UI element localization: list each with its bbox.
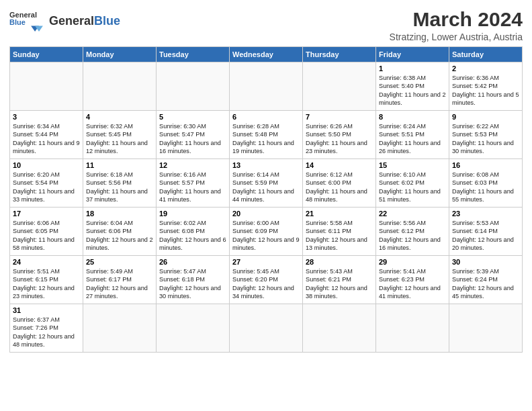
day-info: Sunrise: 6:24 AM Sunset: 5:51 PM Dayligh… <box>379 122 446 156</box>
day-number: 19 <box>159 210 226 218</box>
header-monday: Monday <box>83 47 157 62</box>
day-number: 6 <box>232 113 300 121</box>
day-info: Sunrise: 5:47 AM Sunset: 6:18 PM Dayligh… <box>159 267 226 301</box>
calendar-cell: 12Sunrise: 6:16 AM Sunset: 5:57 PM Dayli… <box>157 159 230 208</box>
header-wednesday: Wednesday <box>230 47 303 62</box>
header-sunday: Sunday <box>10 47 83 62</box>
day-number: 11 <box>86 161 153 169</box>
calendar-cell: 29Sunrise: 5:41 AM Sunset: 6:23 PM Dayli… <box>376 256 449 304</box>
day-number: 29 <box>379 258 446 266</box>
calendar-cell <box>83 62 157 111</box>
day-info: Sunrise: 6:12 AM Sunset: 6:00 PM Dayligh… <box>306 171 373 204</box>
day-number: 21 <box>306 210 373 218</box>
day-info: Sunrise: 6:00 AM Sunset: 6:09 PM Dayligh… <box>232 219 300 253</box>
day-info: Sunrise: 5:53 AM Sunset: 6:14 PM Dayligh… <box>452 219 519 253</box>
calendar-page: General Blue GeneralBlue March 2024 Stra… <box>0 0 532 411</box>
calendar-subtitle: Stratzing, Lower Austria, Austria <box>390 32 523 42</box>
calendar-cell: 5Sunrise: 6:30 AM Sunset: 5:47 PM Daylig… <box>157 111 230 159</box>
calendar-cell: 19Sunrise: 6:02 AM Sunset: 6:08 PM Dayli… <box>157 208 230 256</box>
logo-text: GeneralBlue <box>49 15 120 27</box>
calendar-cell: 8Sunrise: 6:24 AM Sunset: 5:51 PM Daylig… <box>376 111 449 159</box>
day-number: 26 <box>159 258 226 266</box>
day-number: 22 <box>379 210 446 218</box>
calendar-cell <box>157 304 230 353</box>
day-number: 10 <box>13 161 80 169</box>
calendar-cell <box>83 304 157 353</box>
calendar-cell <box>230 62 303 111</box>
weekday-header-row: Sunday Monday Tuesday Wednesday Thursday… <box>10 47 523 62</box>
day-info: Sunrise: 6:10 AM Sunset: 6:02 PM Dayligh… <box>379 171 446 204</box>
day-number: 5 <box>159 113 226 121</box>
calendar-cell: 26Sunrise: 5:47 AM Sunset: 6:18 PM Dayli… <box>157 256 230 304</box>
calendar-cell <box>230 304 303 353</box>
day-info: Sunrise: 6:04 AM Sunset: 6:06 PM Dayligh… <box>86 219 153 253</box>
day-info: Sunrise: 6:14 AM Sunset: 5:59 PM Dayligh… <box>232 171 300 204</box>
day-number: 16 <box>452 161 519 169</box>
day-info: Sunrise: 6:08 AM Sunset: 6:03 PM Dayligh… <box>452 171 519 204</box>
day-info: Sunrise: 5:58 AM Sunset: 6:11 PM Dayligh… <box>306 219 373 253</box>
day-info: Sunrise: 6:20 AM Sunset: 5:54 PM Dayligh… <box>13 171 80 204</box>
day-number: 23 <box>452 210 519 218</box>
calendar-cell: 24Sunrise: 5:51 AM Sunset: 6:15 PM Dayli… <box>10 256 83 304</box>
logo: General Blue GeneralBlue <box>9 8 120 34</box>
day-info: Sunrise: 5:51 AM Sunset: 6:15 PM Dayligh… <box>13 267 80 301</box>
day-info: Sunrise: 6:30 AM Sunset: 5:47 PM Dayligh… <box>159 122 226 156</box>
svg-text:Blue: Blue <box>9 18 26 26</box>
header-saturday: Saturday <box>449 47 523 62</box>
header-friday: Friday <box>376 47 449 62</box>
calendar-cell: 2Sunrise: 6:36 AM Sunset: 5:42 PM Daylig… <box>449 62 523 111</box>
calendar-cell: 3Sunrise: 6:34 AM Sunset: 5:44 PM Daylig… <box>10 111 83 159</box>
day-number: 13 <box>232 161 300 169</box>
title-block: March 2024 Stratzing, Lower Austria, Aus… <box>390 8 523 42</box>
day-number: 27 <box>232 258 300 266</box>
calendar-title: March 2024 <box>390 8 523 30</box>
calendar-cell: 23Sunrise: 5:53 AM Sunset: 6:14 PM Dayli… <box>449 208 523 256</box>
day-info: Sunrise: 6:18 AM Sunset: 5:56 PM Dayligh… <box>86 171 153 204</box>
calendar-cell: 6Sunrise: 6:28 AM Sunset: 5:48 PM Daylig… <box>230 111 303 159</box>
calendar-body: 1Sunrise: 6:38 AM Sunset: 5:40 PM Daylig… <box>10 62 523 353</box>
day-info: Sunrise: 6:36 AM Sunset: 5:42 PM Dayligh… <box>452 74 519 107</box>
day-number: 30 <box>452 258 519 266</box>
day-number: 14 <box>306 161 373 169</box>
day-info: Sunrise: 5:56 AM Sunset: 6:12 PM Dayligh… <box>379 219 446 253</box>
day-info: Sunrise: 6:22 AM Sunset: 5:53 PM Dayligh… <box>452 122 519 156</box>
calendar-header: Sunday Monday Tuesday Wednesday Thursday… <box>10 47 523 62</box>
calendar-table: Sunday Monday Tuesday Wednesday Thursday… <box>9 46 523 353</box>
day-info: Sunrise: 5:43 AM Sunset: 6:21 PM Dayligh… <box>306 267 373 301</box>
calendar-cell: 15Sunrise: 6:10 AM Sunset: 6:02 PM Dayli… <box>376 159 449 208</box>
calendar-cell: 13Sunrise: 6:14 AM Sunset: 5:59 PM Dayli… <box>230 159 303 208</box>
day-number: 12 <box>159 161 226 169</box>
calendar-cell: 4Sunrise: 6:32 AM Sunset: 5:45 PM Daylig… <box>83 111 157 159</box>
day-info: Sunrise: 5:45 AM Sunset: 6:20 PM Dayligh… <box>232 267 300 301</box>
calendar-cell: 17Sunrise: 6:06 AM Sunset: 6:05 PM Dayli… <box>10 208 83 256</box>
day-info: Sunrise: 6:38 AM Sunset: 5:40 PM Dayligh… <box>379 74 446 107</box>
day-info: Sunrise: 5:39 AM Sunset: 6:24 PM Dayligh… <box>452 267 519 301</box>
day-number: 20 <box>232 210 300 218</box>
calendar-cell: 18Sunrise: 6:04 AM Sunset: 6:06 PM Dayli… <box>83 208 157 256</box>
generalblue-logo-icon: General Blue <box>9 8 46 34</box>
calendar-cell: 21Sunrise: 5:58 AM Sunset: 6:11 PM Dayli… <box>303 208 376 256</box>
calendar-cell: 10Sunrise: 6:20 AM Sunset: 5:54 PM Dayli… <box>10 159 83 208</box>
calendar-cell: 28Sunrise: 5:43 AM Sunset: 6:21 PM Dayli… <box>303 256 376 304</box>
calendar-cell: 9Sunrise: 6:22 AM Sunset: 5:53 PM Daylig… <box>449 111 523 159</box>
day-number: 1 <box>379 64 446 73</box>
day-number: 17 <box>13 210 80 218</box>
day-info: Sunrise: 6:06 AM Sunset: 6:05 PM Dayligh… <box>13 219 80 253</box>
day-number: 8 <box>379 113 446 121</box>
calendar-cell: 16Sunrise: 6:08 AM Sunset: 6:03 PM Dayli… <box>449 159 523 208</box>
calendar-cell: 11Sunrise: 6:18 AM Sunset: 5:56 PM Dayli… <box>83 159 157 208</box>
calendar-cell: 14Sunrise: 6:12 AM Sunset: 6:00 PM Dayli… <box>303 159 376 208</box>
day-number: 28 <box>306 258 373 266</box>
day-info: Sunrise: 6:32 AM Sunset: 5:45 PM Dayligh… <box>86 122 153 156</box>
day-number: 2 <box>452 64 519 73</box>
day-number: 9 <box>452 113 519 121</box>
day-info: Sunrise: 6:28 AM Sunset: 5:48 PM Dayligh… <box>232 122 300 156</box>
calendar-cell: 30Sunrise: 5:39 AM Sunset: 6:24 PM Dayli… <box>449 256 523 304</box>
calendar-cell: 7Sunrise: 6:26 AM Sunset: 5:50 PM Daylig… <box>303 111 376 159</box>
day-info: Sunrise: 5:49 AM Sunset: 6:17 PM Dayligh… <box>86 267 153 301</box>
calendar-cell <box>449 304 523 353</box>
calendar-cell: 22Sunrise: 5:56 AM Sunset: 6:12 PM Dayli… <box>376 208 449 256</box>
day-info: Sunrise: 6:37 AM Sunset: 7:26 PM Dayligh… <box>13 316 80 349</box>
calendar-cell: 1Sunrise: 6:38 AM Sunset: 5:40 PM Daylig… <box>376 62 449 111</box>
day-info: Sunrise: 6:26 AM Sunset: 5:50 PM Dayligh… <box>306 122 373 156</box>
